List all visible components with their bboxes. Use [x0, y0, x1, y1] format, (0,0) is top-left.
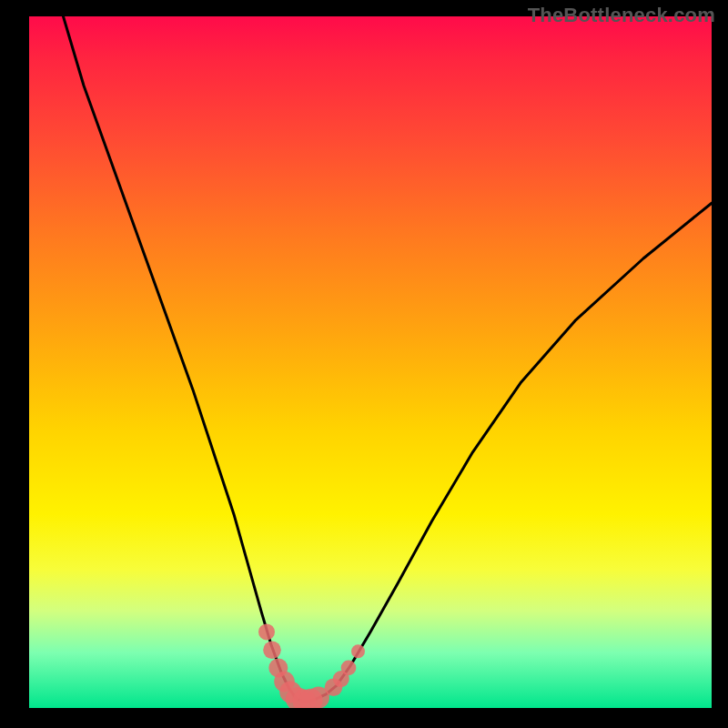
plot-area	[29, 16, 712, 708]
curve-marker	[351, 644, 365, 658]
bottleneck-curve	[64, 16, 713, 701]
curve-marker	[258, 623, 275, 640]
bottleneck-plot	[29, 16, 712, 708]
curve-marker	[263, 641, 281, 659]
curve-marker	[341, 661, 357, 676]
watermark-text: TheBottleneck.com	[528, 4, 715, 27]
chart-frame: TheBottleneck.com	[0, 0, 728, 728]
